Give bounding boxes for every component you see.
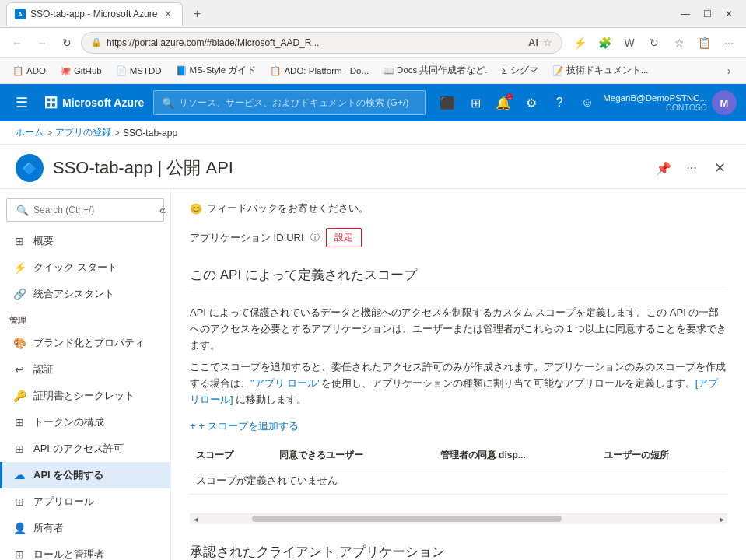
more-options-button[interactable]: ··· bbox=[681, 157, 702, 179]
bookmark-sigma[interactable]: Σ シグマ bbox=[496, 62, 545, 79]
bookmark-ado[interactable]: 📋 ADO bbox=[6, 63, 52, 79]
azure-logo: ⊞ Microsoft Azure bbox=[44, 93, 144, 113]
copilot-button[interactable]: ⚡ bbox=[569, 32, 590, 54]
minimize-button[interactable]: — bbox=[674, 3, 696, 25]
sidebar-item-exposeapi[interactable]: ☁ API を公開する bbox=[0, 462, 170, 488]
address-bar: ← → ↻ 🔒 https://portal.azure.com/#blade/… bbox=[0, 28, 746, 58]
bookmark-mstdd[interactable]: 📄 MSTDD bbox=[110, 63, 168, 79]
maximize-button[interactable]: ☐ bbox=[696, 3, 718, 25]
feedback-text: フィードバックをお寄せください。 bbox=[207, 201, 369, 215]
sidebar-item-certs[interactable]: 🔑 証明書とシークレット bbox=[0, 383, 170, 409]
integration-icon: 🔗 bbox=[12, 288, 27, 300]
add-scope-label: + スコープを追加する bbox=[199, 419, 299, 433]
feedback-smiley-icon: 😊 bbox=[190, 203, 202, 215]
page-title: SSO-tab-app | 公開 API bbox=[53, 156, 643, 180]
h-scroll-right[interactable]: ▸ bbox=[716, 513, 727, 524]
sidebar-item-overview[interactable]: ⊞ 概要 bbox=[0, 228, 170, 254]
user-name: MeganB@DemoPSTNC... bbox=[603, 93, 707, 103]
settings-button[interactable]: ⚙ bbox=[519, 90, 544, 115]
breadcrumb-current: SSO-tab-app bbox=[123, 128, 177, 138]
azure-logo-text: Microsoft Azure bbox=[62, 96, 144, 109]
azure-nav-icons: ⬛ ⊞ 🔔 1 ⚙ ? ☺ MeganB@DemoPSTNC... CONTOS… bbox=[435, 90, 737, 115]
page-header: 🔷 SSO-tab-app | 公開 API 📌 ··· ✕ bbox=[0, 145, 746, 189]
approved-section-title: 承認されたクライアント アプリケーション bbox=[190, 543, 727, 560]
bookmarks-more-button[interactable]: › bbox=[718, 60, 740, 82]
collection-button[interactable]: 📋 bbox=[693, 32, 715, 54]
user-profile[interactable]: MeganB@DemoPSTNC... CONTOSO M bbox=[603, 90, 737, 115]
sidebar-item-quickstart[interactable]: ⚡ クイック スタート bbox=[0, 254, 170, 281]
apiaccess-icon: ⊞ bbox=[12, 443, 27, 455]
breadcrumb-sep2: > bbox=[114, 128, 120, 138]
app-role-link1[interactable]: "アプリ ロール" bbox=[250, 377, 321, 389]
scope-desc2: ここでスコープを追加すると、委任されたアクセス許可のみが作成されます。アプリケー… bbox=[190, 359, 727, 408]
bookmark-tech-docs-label: 技術ドキュメント... bbox=[566, 65, 649, 76]
window-controls: — ☐ ✕ bbox=[674, 3, 740, 25]
azure-search-box[interactable]: 🔍 bbox=[153, 90, 426, 115]
sidebar-collapse-button[interactable]: « bbox=[155, 204, 170, 216]
sync-button[interactable]: ↻ bbox=[643, 32, 665, 54]
extensions-button[interactable]: 🧩 bbox=[594, 32, 615, 54]
close-panel-button[interactable]: ✕ bbox=[709, 157, 730, 179]
sidebar-item-branding[interactable]: 🎨 ブランド化とプロパティ bbox=[0, 330, 170, 356]
ado-icon: 📋 bbox=[12, 65, 23, 76]
info-icon[interactable]: ⓘ bbox=[310, 231, 320, 244]
breadcrumb: ホーム > アプリの登録 > SSO-tab-app bbox=[0, 121, 746, 145]
sidebar-item-token[interactable]: ⊞ トークンの構成 bbox=[0, 409, 170, 436]
notifications-button[interactable]: 🔔 1 bbox=[491, 90, 516, 115]
h-scrollbar[interactable]: ◂ ▸ bbox=[190, 513, 727, 524]
scopes-table: スコープ 同意できるユーザー 管理者の同意 disp... ユーザーの短所 スコ… bbox=[190, 444, 727, 495]
browser-titlebar: A SSO-tab-app - Microsoft Azure ✕ + — ☐ … bbox=[0, 0, 746, 28]
more-button[interactable]: ··· bbox=[718, 32, 740, 54]
notification-badge: 1 bbox=[506, 93, 513, 100]
help-button[interactable]: ? bbox=[547, 90, 572, 115]
hamburger-button[interactable]: ☰ bbox=[9, 90, 34, 115]
sidebar-item-owners[interactable]: 👤 所有者 bbox=[0, 515, 170, 541]
sidebar-item-exposeapi-label: API を公開する bbox=[33, 468, 103, 482]
feedback-button[interactable]: ☺ bbox=[575, 90, 600, 115]
sidebar-item-integration[interactable]: 🔗 統合アシスタント bbox=[0, 281, 170, 307]
fav-button[interactable]: ☆ bbox=[668, 32, 690, 54]
bookmark-ado-platform[interactable]: 📋 ADO: Platform - Do... bbox=[264, 63, 375, 79]
sidebar: 🔍 « ⊞ 概要 ⚡ クイック スタート 🔗 統合アシスタント 管理 🎨 ブラン… bbox=[0, 189, 171, 560]
active-tab[interactable]: A SSO-tab-app - Microsoft Azure ✕ bbox=[6, 2, 183, 26]
azure-search-input[interactable] bbox=[179, 97, 417, 108]
azure-logo-icon: ⊞ bbox=[44, 93, 58, 113]
new-tab-button[interactable]: + bbox=[186, 3, 208, 25]
bookmark-tech-docs[interactable]: 📝 技術ドキュメント... bbox=[546, 62, 655, 79]
sidebar-search-input[interactable] bbox=[33, 205, 150, 215]
refresh-button[interactable]: ↻ bbox=[56, 32, 78, 54]
bookmark-github-label: GitHub bbox=[74, 66, 102, 75]
back-button[interactable]: ← bbox=[6, 32, 28, 54]
sidebar-item-auth-label: 認証 bbox=[33, 362, 54, 376]
close-window-button[interactable]: ✕ bbox=[718, 3, 740, 25]
bookmark-ado-platform-label: ADO: Platform - Do... bbox=[284, 66, 369, 75]
sidebar-item-roles[interactable]: ⊞ ロールと管理者 bbox=[0, 541, 170, 560]
url-box[interactable]: 🔒 https://portal.azure.com/#blade/Micros… bbox=[81, 32, 562, 54]
sidebar-item-roles-label: ロールと管理者 bbox=[33, 548, 104, 560]
sidebar-item-apiaccess[interactable]: ⊞ API のアクセス許可 bbox=[0, 436, 170, 462]
sidebar-search-box[interactable]: 🔍 « bbox=[6, 198, 164, 222]
sidebar-item-approles[interactable]: ⊞ アプリロール bbox=[0, 488, 170, 515]
bookmark-github[interactable]: 🐙 GitHub bbox=[54, 63, 108, 79]
approles-icon: ⊞ bbox=[12, 495, 27, 508]
tab-close-button[interactable]: ✕ bbox=[162, 8, 174, 20]
col-admin-consent: 管理者の同意 disp... bbox=[434, 444, 597, 467]
directory-button[interactable]: ⊞ bbox=[463, 90, 488, 115]
scope-divider bbox=[190, 292, 727, 292]
user-avatar[interactable]: M bbox=[712, 90, 737, 115]
bookmark-ms-style[interactable]: 📘 MS-Style ガイド bbox=[170, 62, 263, 79]
breadcrumb-app-reg[interactable]: アプリの登録 bbox=[55, 126, 111, 139]
forward-button[interactable]: → bbox=[31, 32, 53, 54]
sidebar-item-quickstart-label: クイック スタート bbox=[33, 261, 117, 275]
cloud-shell-button[interactable]: ⬛ bbox=[435, 90, 460, 115]
h-scroll-left[interactable]: ◂ bbox=[190, 513, 201, 524]
setup-button[interactable]: 設定 bbox=[326, 228, 362, 247]
mstdd-icon: 📄 bbox=[116, 65, 127, 76]
bookmark-docs[interactable]: 📖 Docs 共同作成者など. bbox=[377, 62, 494, 79]
account-button[interactable]: W bbox=[618, 32, 640, 54]
breadcrumb-home[interactable]: ホーム bbox=[16, 126, 44, 139]
sidebar-item-auth[interactable]: ↩ 認証 bbox=[0, 356, 170, 383]
sigma-icon: Σ bbox=[502, 66, 507, 75]
add-scope-button[interactable]: + + スコープを追加する bbox=[190, 415, 299, 438]
pin-button[interactable]: 📌 bbox=[653, 157, 674, 179]
